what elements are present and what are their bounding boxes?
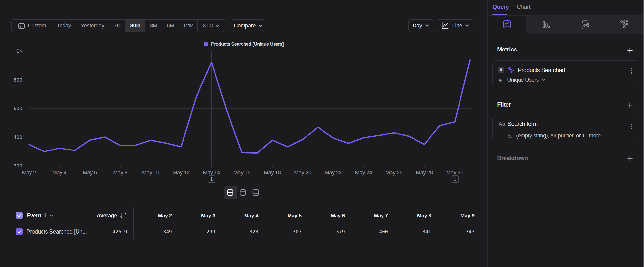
filter-heading: Filter	[497, 101, 511, 108]
metric-menu-button[interactable]	[631, 67, 632, 74]
metrics-heading: Metrics	[497, 46, 517, 53]
view-tab-insights[interactable]	[487, 16, 526, 34]
table-header-border	[11, 224, 487, 224]
row-event-name[interactable]: Products Searched [Un...	[26, 227, 87, 236]
table-row-border	[11, 239, 487, 239]
date-column-header[interactable]: May 3	[174, 211, 215, 220]
measure-hash-prefix: #	[498, 77, 502, 83]
row-value: 400	[346, 227, 388, 236]
row-value: 349	[130, 227, 172, 236]
filter-value: (empty string), Air purifier, or 11 more	[516, 133, 601, 139]
date-column-header[interactable]: May 6	[303, 211, 345, 220]
chevron-down-icon	[50, 214, 54, 217]
row-average-value: 426.9	[85, 227, 127, 236]
event-header-label: Event	[26, 212, 41, 219]
add-breakdown-button[interactable]	[626, 154, 634, 163]
chart-series-svg	[0, 0, 487, 187]
series-line	[29, 60, 470, 153]
line-chart: 2004006008001KMay 2May 4May 6May 8May 10…	[0, 0, 487, 187]
event-count: 1	[44, 212, 47, 219]
row-value: 307	[260, 227, 302, 236]
row-value: 323	[216, 227, 258, 236]
add-filter-button[interactable]	[626, 101, 634, 109]
view-tab-retention[interactable]	[605, 16, 644, 34]
row-value: 379	[303, 227, 345, 236]
text-property-icon: Aa	[498, 121, 505, 127]
metric-name: Products Searched	[518, 67, 565, 74]
view-tab-funnels[interactable]	[526, 16, 566, 34]
measure-label: Unique Users	[507, 77, 539, 83]
date-column-header[interactable]: May 5	[260, 211, 302, 220]
average-column-header[interactable]: Average	[97, 211, 126, 220]
average-header-label: Average	[97, 212, 117, 219]
sidebar-divider	[487, 0, 488, 267]
metric-card[interactable]: A Products Searched # Unique Users	[492, 60, 639, 87]
row-value: 341	[390, 227, 431, 236]
insights-icon	[502, 20, 512, 30]
filter-card[interactable]: Aa Search term Is (empty string), Air pu…	[492, 116, 639, 141]
tab-chart[interactable]: Chart	[516, 4, 530, 10]
measure-dropdown[interactable]: Unique Users	[507, 77, 546, 83]
filter-menu-button[interactable]	[631, 123, 632, 130]
date-column-header[interactable]: May 8	[390, 211, 431, 220]
breakdown-heading: Breakdown	[497, 155, 528, 162]
add-metric-button[interactable]	[626, 46, 634, 55]
funnel-bars-icon	[542, 20, 550, 30]
date-column-header[interactable]: May 4	[216, 211, 258, 220]
sort-icon	[120, 212, 126, 219]
event-column-header[interactable]: Event1	[26, 211, 54, 220]
date-column-header[interactable]: May 7	[346, 211, 388, 220]
row-value: 299	[174, 227, 215, 236]
event-spark-icon	[507, 66, 516, 75]
filter-operator: Is	[508, 133, 512, 139]
row-value: 343	[433, 227, 474, 236]
chevron-down-icon	[542, 79, 546, 81]
table-vdivider	[133, 207, 134, 239]
tab-query[interactable]: Query	[492, 4, 509, 10]
row-checkbox[interactable]	[16, 228, 23, 235]
date-column-header[interactable]: May 9	[433, 211, 474, 220]
flows-icon	[580, 20, 590, 30]
retention-grid-icon	[620, 20, 629, 30]
date-column-header[interactable]: May 2	[130, 211, 172, 220]
select-all-checkbox[interactable]	[16, 212, 23, 219]
filter-property-name: Search term	[508, 120, 538, 127]
view-tab-flows[interactable]	[566, 16, 605, 34]
metric-letter-badge: A	[498, 67, 504, 73]
